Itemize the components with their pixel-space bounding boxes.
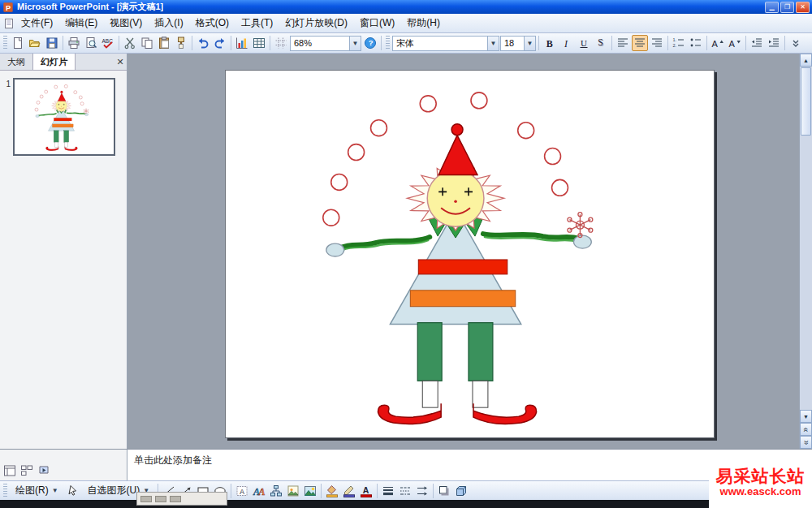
left-leg[interactable] <box>54 131 58 142</box>
help-button[interactable]: ? <box>362 35 378 51</box>
underline-button[interactable]: U <box>576 35 592 51</box>
print-button[interactable] <box>66 35 82 51</box>
toolbar-grip[interactable] <box>3 484 7 498</box>
bold-button[interactable]: B <box>542 35 558 51</box>
orange-stripe[interactable] <box>52 124 73 127</box>
fill-color-button[interactable] <box>324 483 340 499</box>
maximize-button[interactable]: ❐ <box>780 2 794 13</box>
vertical-scrollbar[interactable]: ▲ ▼ « « <box>799 54 812 449</box>
right-hand[interactable] <box>573 235 591 248</box>
font-size-combo[interactable]: 18 ▼ <box>500 36 536 51</box>
right-sock[interactable] <box>473 381 488 407</box>
hat-ball[interactable] <box>451 124 463 136</box>
font-size-dropdown-icon[interactable]: ▼ <box>524 37 535 50</box>
word-art-button[interactable]: AA <box>251 483 267 499</box>
menu-format[interactable]: 格式(O) <box>190 14 235 32</box>
toolbar-options-button[interactable] <box>788 35 804 51</box>
right-leg[interactable] <box>469 323 493 381</box>
font-dropdown-icon[interactable]: ▼ <box>487 37 499 50</box>
align-left-button[interactable] <box>615 35 631 51</box>
clip-art-button[interactable] <box>285 483 301 499</box>
zoom-combo[interactable]: 68% ▼ <box>290 36 361 51</box>
spelling-button[interactable]: ABC <box>100 35 116 51</box>
left-hand[interactable] <box>36 114 39 117</box>
hat-ball[interactable] <box>61 91 63 93</box>
right-leg[interactable] <box>64 131 69 142</box>
open-button[interactable] <box>27 35 43 51</box>
red-stripe[interactable] <box>54 118 71 121</box>
menu-window[interactable]: 窗口(W) <box>354 14 400 32</box>
line-color-button[interactable] <box>341 483 357 499</box>
titlebar[interactable]: P Microsoft PowerPoint - [演示文稿1] ▁ ❐ ✕ <box>0 0 812 14</box>
font-combo[interactable]: 宋体 ▼ <box>392 36 499 51</box>
align-center-button[interactable] <box>632 35 648 51</box>
shadow-style-button[interactable] <box>436 483 452 499</box>
select-button[interactable] <box>65 483 81 499</box>
snowflake-shape[interactable] <box>84 109 89 114</box>
menu-slideshow[interactable]: 幻灯片放映(D) <box>279 14 353 32</box>
face[interactable] <box>427 170 484 226</box>
close-button[interactable]: ✕ <box>796 2 810 13</box>
bullets-button[interactable] <box>688 35 704 51</box>
insert-chart-button[interactable] <box>234 35 250 51</box>
menu-help[interactable]: 帮助(H) <box>401 14 446 32</box>
diagram-button[interactable] <box>268 483 284 499</box>
undo-button[interactable] <box>195 35 211 51</box>
menu-view[interactable]: 视图(V) <box>104 14 148 32</box>
toolbar-grip[interactable] <box>3 36 7 50</box>
slide-canvas[interactable] <box>225 70 715 438</box>
line-style-button[interactable] <box>380 483 396 499</box>
slide-thumbnail[interactable] <box>13 78 115 156</box>
redo-button[interactable] <box>212 35 228 51</box>
font-color-button[interactable]: A <box>358 483 374 499</box>
menu-edit[interactable]: 编辑(E) <box>59 14 103 32</box>
dash-style-button[interactable] <box>397 483 413 499</box>
insert-table-button[interactable] <box>251 35 267 51</box>
snowflake-shape[interactable] <box>568 213 593 238</box>
paste-button[interactable] <box>156 35 172 51</box>
numbering-button[interactable]: 1.2. <box>671 35 687 51</box>
show-grid-button[interactable] <box>273 35 289 51</box>
decrease-indent-button[interactable] <box>749 35 765 51</box>
previous-slide-button[interactable]: « <box>800 423 812 436</box>
scroll-thumb[interactable] <box>801 67 811 136</box>
hat[interactable] <box>438 136 477 175</box>
next-slide-button[interactable]: « <box>800 436 812 449</box>
italic-button[interactable]: I <box>559 35 575 51</box>
tab-slides[interactable]: 幻灯片 <box>33 54 76 70</box>
cut-button[interactable] <box>122 35 138 51</box>
minimize-button[interactable]: ▁ <box>765 2 779 13</box>
shadow-button[interactable]: SS <box>593 35 609 51</box>
picture-button[interactable] <box>302 483 318 499</box>
left-sock[interactable] <box>54 142 58 148</box>
save-button[interactable] <box>44 35 60 51</box>
scroll-down-button[interactable]: ▼ <box>800 410 812 423</box>
view-normal-button[interactable] <box>2 463 18 479</box>
arrow-style-button[interactable] <box>414 483 430 499</box>
decrease-font-button[interactable]: A <box>727 35 743 51</box>
align-right-button[interactable] <box>649 35 665 51</box>
pane-close-button[interactable]: ✕ <box>114 54 127 70</box>
zoom-dropdown-icon[interactable]: ▼ <box>349 37 361 50</box>
left-sock[interactable] <box>422 381 438 407</box>
view-show-button[interactable] <box>36 463 52 479</box>
new-button[interactable] <box>10 35 26 51</box>
3d-style-button[interactable] <box>453 483 469 499</box>
increase-indent-button[interactable] <box>766 35 782 51</box>
tab-outline[interactable]: 大纲 <box>0 54 33 70</box>
face[interactable] <box>56 100 67 111</box>
print-preview-button[interactable] <box>83 35 99 51</box>
toolbar-grip[interactable] <box>386 36 390 50</box>
view-sorter-button[interactable] <box>19 463 35 479</box>
scroll-track[interactable] <box>800 136 812 410</box>
right-sock[interactable] <box>65 142 68 148</box>
menu-file[interactable]: 文件(F) <box>15 14 58 32</box>
increase-font-button[interactable]: A <box>710 35 726 51</box>
copy-button[interactable] <box>139 35 155 51</box>
red-stripe[interactable] <box>418 260 508 274</box>
left-hand[interactable] <box>326 243 344 256</box>
orange-stripe[interactable] <box>410 291 515 307</box>
right-hand[interactable] <box>84 113 88 115</box>
left-leg[interactable] <box>417 323 442 381</box>
format-painter-button[interactable] <box>173 35 189 51</box>
